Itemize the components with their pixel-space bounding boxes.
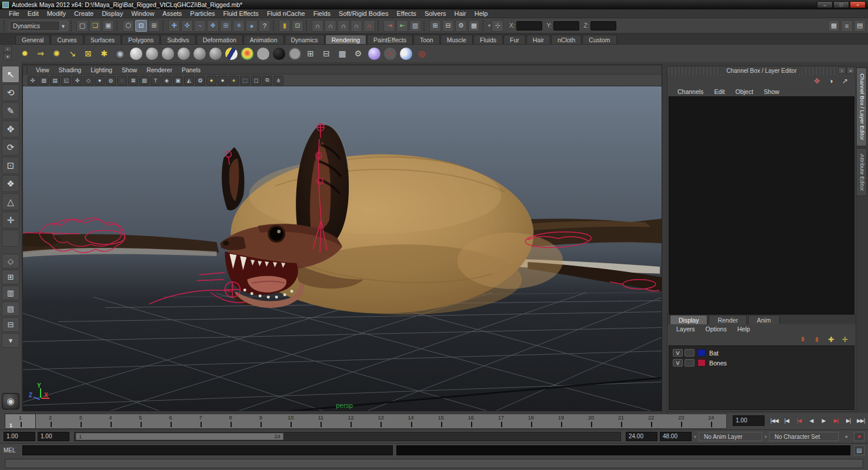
- soft-modification-tool[interactable]: △: [2, 193, 19, 210]
- render-view-icon[interactable]: ▦: [468, 20, 480, 32]
- shelf-tab[interactable]: Dynamics: [285, 35, 325, 44]
- layer-row[interactable]: V Bat: [669, 348, 854, 358]
- wireframe-icon[interactable]: ◇: [84, 76, 94, 85]
- input-connections-icon[interactable]: ⇥: [383, 20, 395, 32]
- snap-to-point-icon[interactable]: ∩: [338, 20, 349, 32]
- select-rendering-icon[interactable]: ●: [246, 20, 258, 32]
- group-separator[interactable]: [273, 21, 276, 31]
- volume-light-icon[interactable]: ✱: [97, 46, 111, 61]
- select-tool[interactable]: ↖: [2, 66, 19, 83]
- xray-icon[interactable]: ▣: [173, 76, 183, 85]
- menu-item[interactable]: Particles: [186, 9, 219, 18]
- snap-to-grid-icon[interactable]: ∩: [312, 20, 323, 32]
- ipr-render-icon[interactable]: ⊟: [319, 46, 333, 61]
- coordinate-input[interactable]: [553, 21, 579, 31]
- auto-keyframe-toggle[interactable]: ●: [854, 432, 864, 441]
- channel-box-menu-item[interactable]: Show: [759, 88, 784, 95]
- camera-attributes-icon[interactable]: ▧: [39, 76, 49, 85]
- timeline-frame[interactable]: 6: [155, 414, 185, 428]
- select-camera-icon[interactable]: ✣: [28, 76, 38, 85]
- tool-settings-toggle-icon[interactable]: ≡: [841, 20, 853, 32]
- anisotropic-material-icon[interactable]: [208, 46, 222, 61]
- new-scene-icon[interactable]: ▢: [76, 20, 88, 32]
- playback-range-bar[interactable]: 1 24: [76, 433, 283, 440]
- flat-shade-icon[interactable]: ◌: [117, 76, 127, 85]
- layer-color-swatch[interactable]: [697, 349, 706, 357]
- group-separator[interactable]: [162, 21, 166, 31]
- absolute-transform-icon[interactable]: ⊹: [492, 20, 503, 32]
- area-light-icon[interactable]: ⊠: [81, 46, 95, 61]
- shelf-tab[interactable]: Deformation: [196, 35, 243, 44]
- shading-map-icon[interactable]: [240, 46, 254, 61]
- go-to-start-button[interactable]: |◀◀: [768, 415, 780, 427]
- shelf-tab[interactable]: General: [15, 35, 50, 44]
- shelf-tab[interactable]: Rendering: [325, 35, 366, 44]
- menu-item[interactable]: Effects: [392, 9, 420, 18]
- wireframe-on-shaded-icon[interactable]: ◍: [106, 76, 116, 85]
- output-connections-icon[interactable]: ⇤: [396, 20, 408, 32]
- black-material-icon[interactable]: [272, 46, 286, 61]
- group-separator[interactable]: [71, 21, 74, 31]
- shelf-tab[interactable]: Polygons: [122, 35, 160, 44]
- layer-color-swatch[interactable]: [697, 359, 706, 367]
- timeline-frame[interactable]: 5: [125, 414, 155, 428]
- playback-end-field[interactable]: 24.00: [626, 432, 657, 441]
- menu-set-selector[interactable]: Dynamics ▾: [9, 21, 68, 31]
- move-layer-down-icon[interactable]: ⇟: [811, 334, 823, 345]
- universal-manipulator-tool[interactable]: ❖: [2, 175, 19, 192]
- menu-item[interactable]: Window: [127, 9, 158, 18]
- timeline-frame[interactable]: 10: [276, 414, 306, 428]
- create-layer-from-selected-icon[interactable]: ✛: [839, 334, 851, 345]
- toon-outline-icon[interactable]: ◎: [415, 46, 429, 61]
- select-misc-icon[interactable]: ?: [259, 20, 271, 32]
- rotate-tool[interactable]: ⟳: [2, 139, 19, 156]
- set-key-icon[interactable]: ∘: [841, 433, 852, 441]
- batch-render-icon[interactable]: ▦: [335, 46, 349, 61]
- menu-item[interactable]: Modify: [43, 9, 70, 18]
- channel-manipulator-icon[interactable]: ✥: [811, 75, 823, 87]
- directional-light-icon[interactable]: ⇒: [34, 46, 48, 61]
- playback-start-field[interactable]: 1.00: [38, 432, 69, 441]
- blinn-material-icon[interactable]: [161, 46, 175, 61]
- single-pane-layout-button[interactable]: ◇: [2, 254, 19, 268]
- channel-mode-icon[interactable]: ↗: [839, 75, 851, 87]
- group-separator[interactable]: [423, 21, 427, 31]
- step-back-key-button[interactable]: |◀: [793, 415, 805, 427]
- shelf-collapse-button[interactable]: ▾: [4, 53, 12, 60]
- select-object-icon[interactable]: ⊡: [135, 20, 147, 32]
- layout-dropdown-button[interactable]: ▾: [2, 333, 19, 348]
- timeline-frame[interactable]: 2: [35, 414, 65, 428]
- shelf-tab[interactable]: Fluids: [473, 35, 503, 44]
- timeline-frame[interactable]: 9: [246, 414, 276, 428]
- lighting-default-icon[interactable]: ●: [218, 76, 228, 85]
- timeline-frame[interactable]: 14: [396, 414, 426, 428]
- sidebar-vertical-tab[interactable]: Attribute Editor: [857, 148, 867, 197]
- menu-item[interactable]: File: [5, 9, 24, 18]
- channel-box-menu-item[interactable]: Edit: [709, 88, 730, 95]
- layer-visibility-toggle[interactable]: V: [673, 359, 683, 367]
- panel-menu-item[interactable]: Show: [117, 65, 142, 75]
- scene-lights-icon[interactable]: ❂: [195, 76, 205, 85]
- shelf-tab[interactable]: Fur: [503, 35, 526, 44]
- layer-editor-menu-item[interactable]: Options: [700, 325, 732, 333]
- character-set-dropdown[interactable]: No Character Set: [769, 432, 839, 441]
- xray-joints-icon[interactable]: ◭: [184, 76, 194, 85]
- timeline-frame[interactable]: 24: [696, 414, 726, 428]
- drag-handle[interactable]: [26, 66, 30, 73]
- menu-item[interactable]: Fields: [309, 9, 335, 18]
- group-separator[interactable]: [116, 21, 120, 31]
- gate-mask-icon[interactable]: ⧉: [262, 76, 272, 85]
- disabled-render-icon[interactable]: ✕: [383, 46, 397, 61]
- timeline-frame[interactable]: 17: [486, 414, 516, 428]
- menu-item[interactable]: Create: [70, 9, 98, 18]
- mental-ray-icon[interactable]: [367, 46, 381, 61]
- timeline-frame[interactable]: 15: [426, 414, 456, 428]
- animation-start-field[interactable]: 1.00: [4, 432, 35, 441]
- resolution-gate-icon[interactable]: ◻: [251, 76, 261, 85]
- sidebar-vertical-tab[interactable]: Channel Box / Layer Editor: [857, 68, 867, 146]
- select-all-mask-icon[interactable]: ✚: [168, 20, 180, 32]
- restore-button[interactable]: □: [833, 1, 849, 8]
- snap-to-curve-icon[interactable]: ∩: [325, 20, 336, 32]
- group-separator[interactable]: [306, 21, 309, 31]
- maya-logo-icon[interactable]: ◉: [2, 393, 19, 409]
